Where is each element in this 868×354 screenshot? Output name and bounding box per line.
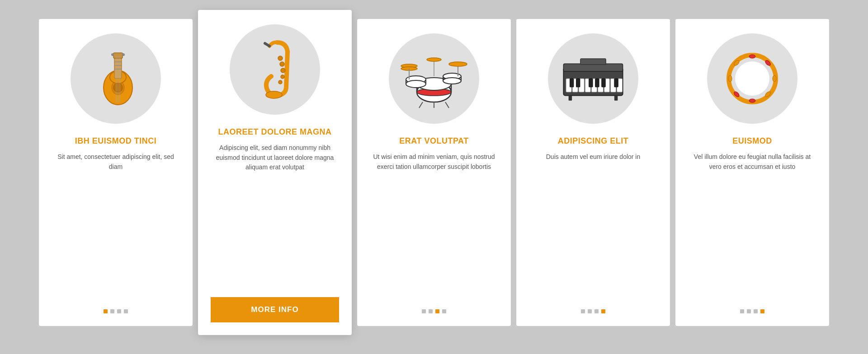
svg-point-28 — [406, 80, 426, 88]
svg-point-38 — [427, 58, 441, 61]
card-piano-dots — [581, 309, 605, 313]
card-guitar: IBH EUISMOD TINCI Sit amet, consectetuer… — [39, 19, 193, 326]
card-guitar-dots — [104, 309, 128, 313]
card-tambourine-title: EUISMOD — [732, 136, 772, 146]
svg-point-18 — [278, 80, 282, 84]
saxophone-icon — [252, 38, 297, 101]
tambourine-icon-circle — [707, 33, 797, 124]
card-guitar-body: Sit amet, consectetuer adipiscing elit, … — [52, 152, 180, 297]
card-saxophone: LAOREET DOLORE MAGNA Adipiscing elit, se… — [198, 10, 352, 335]
dot-2 — [747, 309, 751, 313]
dot-1 — [581, 309, 585, 313]
dot-2 — [110, 309, 114, 313]
piano-icon-circle — [548, 33, 638, 124]
svg-point-14 — [278, 56, 283, 61]
dot-1 — [104, 309, 108, 313]
drums-icon-circle — [389, 33, 479, 124]
card-saxophone-body: Adipiscing elit, sed diam nonummy nibh e… — [211, 143, 339, 284]
svg-line-40 — [419, 102, 423, 108]
svg-rect-62 — [614, 96, 618, 101]
svg-rect-61 — [569, 96, 572, 101]
svg-rect-55 — [570, 79, 573, 87]
dot-3 — [435, 309, 439, 313]
card-drums-body: Ut wisi enim ad minim veniam, quis nostr… — [370, 152, 498, 297]
card-tambourine-body: Vel illum dolore eu feugiat nulla facili… — [688, 152, 816, 297]
more-info-button[interactable]: MORE INFO — [211, 297, 339, 322]
svg-point-71 — [728, 75, 732, 82]
dot-4 — [442, 309, 446, 313]
guitar-icon — [86, 49, 145, 108]
svg-point-19 — [266, 91, 282, 98]
dot-1 — [740, 309, 744, 313]
dot-3 — [754, 309, 758, 313]
card-piano-title: ADIPISCING ELIT — [558, 136, 629, 146]
svg-point-17 — [281, 75, 284, 79]
card-drums: ERAT VOLUTPAT Ut wisi enim ad minim veni… — [357, 19, 511, 326]
svg-rect-57 — [589, 79, 593, 87]
card-tambourine-dots — [740, 309, 764, 313]
svg-point-65 — [749, 55, 755, 58]
svg-rect-59 — [602, 79, 605, 87]
svg-rect-58 — [595, 79, 599, 87]
saxophone-icon-circle — [230, 24, 320, 115]
dot-4 — [124, 309, 128, 313]
svg-rect-45 — [580, 59, 606, 65]
tambourine-icon — [723, 49, 782, 108]
svg-point-67 — [773, 75, 776, 82]
svg-point-64 — [735, 61, 769, 96]
dot-2 — [429, 309, 433, 313]
drums-icon — [400, 51, 468, 106]
card-piano-body: Duis autem vel eum iriure dolor in — [546, 152, 641, 297]
card-tambourine: EUISMOD Vel illum dolore eu feugiat null… — [675, 19, 829, 326]
svg-point-8 — [111, 53, 114, 56]
svg-point-36 — [449, 62, 467, 66]
svg-rect-56 — [576, 79, 580, 87]
svg-rect-60 — [614, 79, 618, 87]
card-drums-title: ERAT VOLUTPAT — [399, 136, 469, 146]
dot-2 — [588, 309, 592, 313]
dot-4 — [601, 309, 605, 313]
svg-point-32 — [443, 78, 461, 84]
card-saxophone-title: LAOREET DOLORE MAGNA — [218, 127, 332, 137]
dot-3 — [117, 309, 121, 313]
dot-1 — [422, 309, 426, 313]
piano-icon — [559, 54, 627, 103]
svg-point-9 — [122, 53, 125, 56]
cards-container: IBH EUISMOD TINCI Sit amet, consectetuer… — [39, 19, 829, 335]
card-guitar-title: IBH EUISMOD TINCI — [75, 136, 157, 146]
card-drums-dots — [422, 309, 446, 313]
dot-3 — [594, 309, 599, 313]
svg-line-41 — [445, 102, 449, 108]
guitar-icon-circle — [71, 33, 161, 124]
svg-point-15 — [280, 62, 284, 66]
card-piano: ADIPISCING ELIT Duis autem vel eum iriur… — [516, 19, 670, 326]
dot-4 — [760, 309, 764, 313]
svg-point-16 — [281, 68, 285, 73]
svg-point-69 — [749, 99, 755, 102]
